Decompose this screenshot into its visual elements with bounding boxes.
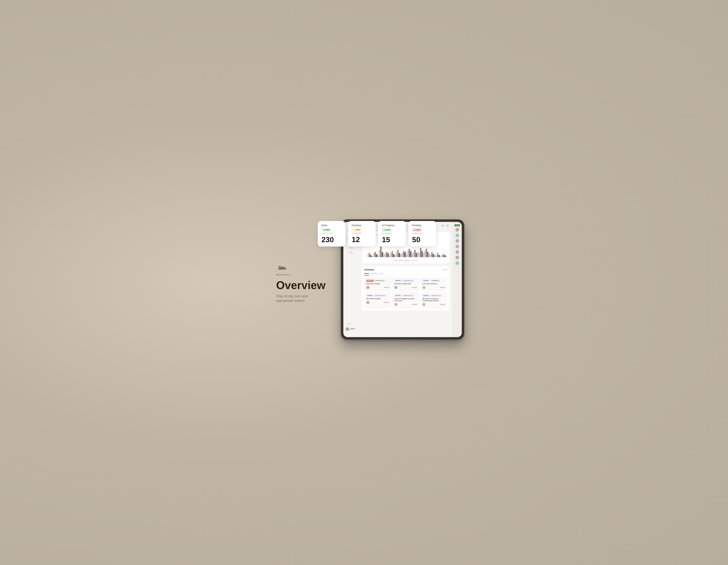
bar-done-1 — [374, 252, 376, 257]
task-assignee-avatar-5 — [422, 303, 426, 306]
task-priority-badge-2: NORMAL — [422, 280, 430, 282]
bar-pending-1 — [377, 255, 379, 257]
right-panel: Active — [452, 222, 462, 337]
x-label-10: 19 — [424, 258, 430, 259]
bar-done-2 — [380, 245, 381, 257]
task-badges-4: NORMAL HOSPITALITY ⓘ — [394, 294, 417, 297]
bar-active-10 — [427, 252, 428, 257]
chart-bar-group-8 — [413, 250, 419, 257]
overdue-vs: vs 10 ant. 24h — [352, 232, 372, 234]
task-time-3: 00:28 — [384, 302, 389, 303]
pending-value: 50 — [412, 236, 432, 244]
task-category-badge-5: HOSPITALITY ⓘ — [430, 294, 442, 297]
bar-pending-8 — [417, 252, 418, 257]
task-time-value-0: 00:28 — [385, 287, 389, 288]
bar-done-6 — [403, 251, 404, 257]
bar-done-8 — [414, 250, 415, 257]
overdue-title: Overdue — [352, 224, 372, 227]
bar-active-6 — [404, 252, 406, 257]
bar-active-3 — [387, 253, 389, 257]
chart-bar-group-11 — [430, 252, 436, 257]
task-time-value-4: 00:28 — [413, 304, 417, 305]
bar-new-5 — [396, 252, 397, 257]
task-priority-badge-0: URGENT — [366, 280, 374, 282]
chart-legend: New Done Active — [364, 260, 447, 261]
pending-title: Pending — [412, 224, 432, 227]
x-label-8: 17 — [413, 258, 418, 259]
bar-done-5 — [397, 250, 399, 257]
bar-done-4 — [392, 251, 393, 257]
bar-pending-2 — [383, 253, 384, 257]
task-footer-5: 00:28 — [422, 303, 445, 306]
x-label-11: 20 — [430, 258, 436, 259]
task-card-4[interactable]: NORMAL HOSPITALITY ⓘ It's time to upgrad… — [392, 292, 419, 308]
bar-new-4 — [390, 253, 391, 257]
active-status-badge: Active — [454, 224, 460, 226]
task-badges-5: NORMAL HOSPITALITY ⓘ — [422, 294, 445, 297]
chart-bar-group-12 — [436, 253, 441, 257]
chart-bar-group-9 — [419, 248, 424, 257]
task-card-1[interactable]: NORMAL HOSPITALITY ⓘ We need a minibar r… — [392, 278, 419, 291]
team-avatar-6 — [455, 255, 459, 260]
legend-active-dot — [405, 260, 406, 261]
task-time-2: 00:28 — [440, 287, 445, 288]
task-card-0[interactable]: URGENT CARPENTRY ⓘ Desk chair is broken … — [364, 278, 391, 291]
x-label-12: 21 — [436, 258, 441, 259]
task-time-value-1: 00:05 — [413, 287, 417, 288]
bar-done-7 — [409, 249, 410, 257]
summary-header: Summary See all — [364, 269, 447, 271]
sidebar-nav: ⊞Dashboard 📋Orders 📅Calendar ⚙Settings — [343, 236, 359, 320]
task-card-2[interactable]: NORMAL PLUMBING ⓘ Low shower pressure 00… — [420, 278, 447, 291]
chart-bar-group-4 — [390, 251, 396, 257]
notification-button[interactable]: 🔔 — [446, 224, 449, 228]
task-time-5: 00:28 — [440, 304, 445, 305]
bar-pending-6 — [406, 254, 407, 257]
bar-done-12 — [437, 253, 438, 257]
hero-title: Overview — [276, 280, 332, 290]
see-all-link[interactable]: See all — [443, 269, 447, 271]
task-time-1: 00:05 — [412, 287, 417, 288]
team-avatar-3 — [455, 239, 459, 243]
bar-active-12 — [438, 255, 440, 257]
logout-button[interactable]: ↩ Log out — [345, 322, 357, 325]
bar-active-11 — [433, 254, 434, 257]
time-dot-5 — [440, 304, 441, 305]
search-button[interactable]: 🔍 — [441, 224, 444, 228]
task-badges-1: NORMAL HOSPITALITY ⓘ — [394, 280, 417, 282]
bar-new-13 — [441, 255, 442, 257]
sidebar-item-settings[interactable]: ⚙Settings — [345, 250, 357, 254]
bar-new-11 — [430, 254, 431, 257]
chart-bar-group-2: 12 — [379, 245, 385, 257]
done-value: 230 — [321, 236, 342, 244]
task-assignee-avatar-2 — [422, 286, 426, 289]
legend-done: Done — [399, 260, 404, 261]
legend-new: New — [394, 260, 398, 261]
summary-tab-active[interactable]: Active — [364, 273, 369, 276]
bar-done-11 — [431, 252, 433, 257]
bar-pending-4 — [395, 255, 396, 257]
bar-new-8 — [413, 252, 414, 257]
summary-tab-done[interactable]: Done — [380, 273, 383, 276]
task-title-0: Desk chair is broken — [366, 283, 389, 285]
summary-tab-pending[interactable]: Pending — [371, 273, 377, 276]
x-label-0: 9 — [367, 258, 373, 259]
legend-pending-dot — [412, 260, 413, 261]
x-label-6: 15 — [402, 258, 407, 259]
task-card-5[interactable]: NORMAL HOSPITALITY ⓘ We need to restock … — [420, 292, 447, 308]
x-label-13: 22 — [442, 258, 447, 259]
bar-done-0 — [369, 253, 370, 257]
bar-new-9 — [419, 253, 420, 257]
task-time-4: 00:28 — [412, 304, 417, 305]
task-card-3[interactable]: NORMAL HOSPITALITY ⓘ We need new towels … — [364, 292, 391, 308]
bar-pending-7 — [411, 253, 413, 257]
task-time-value-3: 00:28 — [385, 302, 389, 303]
task-assignee-avatar-4 — [394, 303, 397, 306]
task-title-1: We need a minibar refill — [394, 283, 417, 285]
team-avatar-7 — [455, 261, 459, 265]
bar-pending-9 — [423, 253, 424, 257]
x-label-2: 11 — [379, 258, 384, 259]
task-footer-0: 00:28 — [366, 286, 389, 289]
metric-card-pending: Pending ↘ 2.58% vs 48 ant. 24h 50 — [408, 221, 436, 247]
bar-done-13 — [443, 254, 444, 257]
bar-pending-11 — [434, 255, 436, 257]
